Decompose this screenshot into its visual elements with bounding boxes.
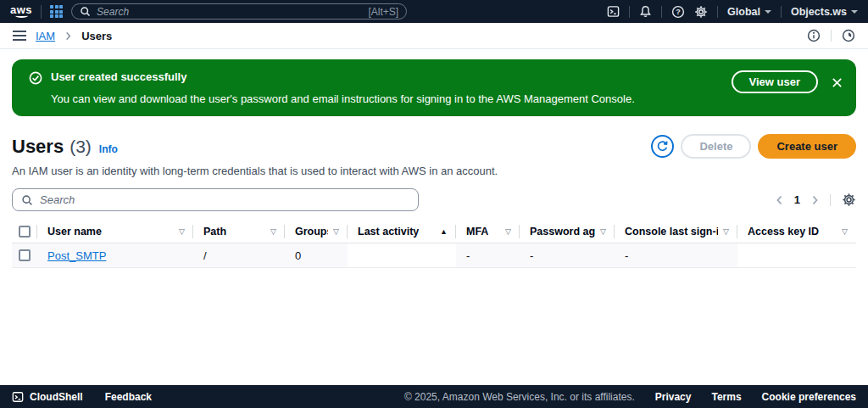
- select-all-checkbox[interactable]: [19, 226, 31, 238]
- breadcrumb-utilities: [807, 29, 855, 42]
- users-table: User name ▽ Path ▽ Groups ▽ Last activit…: [12, 221, 856, 268]
- header-actions: Delete Create user: [651, 134, 856, 159]
- cloudshell-label: CloudShell: [30, 391, 83, 403]
- side-menu-icon[interactable]: [13, 31, 26, 41]
- cloudshell-icon[interactable]: [607, 5, 620, 18]
- top-navigation-bar: aws [Alt+S]: [0, 0, 868, 23]
- cell-password-age: -: [520, 243, 615, 267]
- breadcrumb-current: Users: [81, 30, 112, 42]
- info-panel-icon[interactable]: [807, 29, 821, 42]
- cell-groups: 0: [285, 243, 348, 267]
- table-row: Post_SMTP / 0 - - -: [12, 243, 856, 268]
- notifications-bell-icon[interactable]: [639, 5, 652, 18]
- chevron-down-icon: [851, 10, 858, 14]
- divider: [661, 6, 662, 18]
- help-icon[interactable]: ?: [671, 5, 685, 19]
- account-label: Objects.ws: [791, 6, 847, 18]
- table-toolbar: 1: [12, 188, 856, 211]
- terms-link[interactable]: Terms: [711, 391, 741, 403]
- cell-mfa: -: [456, 243, 520, 267]
- sort-icon[interactable]: ▽: [265, 227, 276, 236]
- sort-icon[interactable]: ▽: [500, 227, 511, 236]
- divider: [629, 6, 630, 18]
- table-preferences-gear-icon[interactable]: [842, 193, 856, 207]
- page-description: An IAM user is an identity with long-ter…: [12, 165, 856, 177]
- cloudshell-icon: [12, 391, 24, 403]
- column-header-password-age[interactable]: Password age ▽: [520, 221, 615, 243]
- flashbar-actions: View user: [732, 70, 843, 93]
- divider: [717, 6, 718, 18]
- cell-path: /: [193, 243, 285, 267]
- settings-gear-icon[interactable]: [694, 5, 708, 19]
- clock-icon[interactable]: [842, 29, 855, 42]
- cookie-preferences-link[interactable]: Cookie preferences: [762, 391, 856, 403]
- copyright-text: © 2025, Amazon Web Services, Inc. or its…: [404, 391, 635, 403]
- cell-access-key-id: [737, 243, 856, 267]
- chevron-down-icon: [765, 10, 771, 14]
- search-icon: [80, 6, 91, 17]
- sort-icon[interactable]: ▽: [328, 227, 339, 236]
- sort-icon[interactable]: ▽: [837, 227, 848, 236]
- aws-console-page: aws [Alt+S]: [0, 0, 868, 408]
- sort-icon[interactable]: ▽: [595, 227, 606, 236]
- row-checkbox[interactable]: [19, 249, 31, 261]
- global-search-input[interactable]: [97, 6, 362, 18]
- chevron-right-icon: [64, 31, 72, 41]
- privacy-link[interactable]: Privacy: [655, 391, 692, 403]
- column-header-user-name[interactable]: User name ▽: [37, 221, 193, 243]
- divider: [831, 30, 832, 42]
- resource-count: (3): [70, 137, 92, 157]
- info-link[interactable]: Info: [99, 143, 118, 155]
- flashbar-title: User created successfully: [51, 70, 635, 83]
- user-name-link[interactable]: Post_SMTP: [47, 249, 106, 262]
- close-icon[interactable]: [832, 77, 843, 88]
- pagination: 1: [776, 193, 856, 207]
- sort-icon[interactable]: ▽: [174, 227, 185, 236]
- column-header-console-last-sign-in[interactable]: Console last sign-in ▽: [615, 221, 737, 243]
- previous-page-icon[interactable]: [776, 195, 783, 205]
- divider: [781, 6, 782, 18]
- breadcrumb-iam-link[interactable]: IAM: [36, 30, 55, 42]
- column-header-path[interactable]: Path ▽: [193, 221, 285, 243]
- refresh-button[interactable]: [651, 135, 674, 158]
- main-content: Users (3) Info Delete Create user An IAM…: [0, 134, 868, 268]
- column-header-last-activity[interactable]: Last activity ▲: [348, 221, 456, 243]
- search-shortcut-hint: [Alt+S]: [368, 6, 398, 18]
- aws-logo[interactable]: aws: [10, 5, 32, 18]
- delete-button[interactable]: Delete: [681, 134, 751, 159]
- table-search-box[interactable]: [12, 188, 419, 211]
- breadcrumb-bar: IAM Users: [0, 23, 868, 49]
- search-icon: [21, 194, 33, 206]
- region-selector[interactable]: Global: [727, 6, 771, 18]
- cell-last-activity: [348, 243, 456, 267]
- account-menu[interactable]: Objects.ws: [791, 6, 858, 18]
- feedback-link[interactable]: Feedback: [105, 391, 152, 403]
- table-header-row: User name ▽ Path ▽ Groups ▽ Last activit…: [12, 221, 856, 243]
- global-search-box[interactable]: [Alt+S]: [71, 3, 407, 20]
- region-label: Global: [727, 6, 760, 18]
- page-title-wrap: Users (3) Info: [12, 136, 118, 158]
- success-flashbar: User created successfully You can view a…: [12, 59, 856, 116]
- cell-user-name: Post_SMTP: [37, 243, 193, 267]
- page-header-row: Users (3) Info Delete Create user: [12, 134, 856, 159]
- sort-ascending-icon[interactable]: ▲: [435, 227, 448, 236]
- topbar-utilities: ? Global Objects.ws: [607, 5, 858, 19]
- create-user-button[interactable]: Create user: [758, 134, 856, 159]
- check-circle-icon: [29, 71, 42, 85]
- cell-console-last-sign-in: -: [615, 243, 737, 267]
- column-header-groups[interactable]: Groups ▽: [285, 221, 348, 243]
- services-grid-icon[interactable]: [50, 5, 63, 18]
- view-user-button[interactable]: View user: [732, 70, 818, 93]
- divider: [830, 194, 831, 206]
- cloudshell-launcher[interactable]: CloudShell: [12, 391, 83, 403]
- table-search-input[interactable]: [40, 193, 409, 206]
- sort-icon[interactable]: ▽: [718, 227, 729, 236]
- page-title: Users: [12, 136, 64, 158]
- column-header-mfa[interactable]: MFA ▽: [456, 221, 520, 243]
- next-page-icon[interactable]: [811, 195, 819, 205]
- svg-text:?: ?: [676, 8, 681, 16]
- column-header-access-key-id[interactable]: Access key ID ▽: [737, 221, 856, 243]
- page-number[interactable]: 1: [794, 193, 800, 206]
- flashbar-text: User created successfully You can view a…: [51, 70, 635, 105]
- header-checkbox-cell: [12, 221, 37, 243]
